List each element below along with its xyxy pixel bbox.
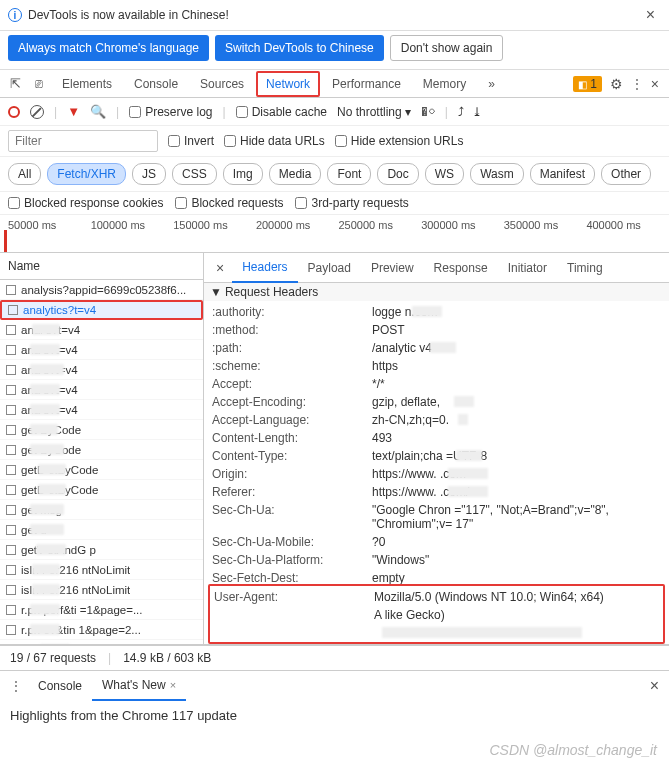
header-key: Sec-Ch-Ua-Platform:: [212, 553, 372, 567]
pill-wasm[interactable]: Wasm: [470, 163, 524, 185]
request-row[interactable]: ana s?t=v4: [0, 340, 203, 360]
close-icon[interactable]: ×: [640, 6, 661, 24]
pill-other[interactable]: Other: [601, 163, 651, 185]
disable-cache-checkbox[interactable]: Disable cache: [236, 105, 327, 119]
header-value: https: [372, 359, 661, 373]
name-column-header[interactable]: Name: [0, 253, 203, 280]
request-row[interactable]: r.pn perf&ti =1&page=...: [0, 600, 203, 620]
request-row[interactable]: get ByCode: [0, 440, 203, 460]
pill-doc[interactable]: Doc: [377, 163, 418, 185]
third-party-checkbox[interactable]: 3rd-party requests: [295, 196, 408, 210]
tab-elements[interactable]: Elements: [52, 71, 122, 97]
chevron-down-icon: ▾: [405, 105, 411, 119]
close-detail-icon[interactable]: ×: [208, 260, 232, 276]
request-row[interactable]: ana s?t=v4: [0, 360, 203, 380]
pill-manifest[interactable]: Manifest: [530, 163, 595, 185]
tab-network[interactable]: Network: [256, 71, 320, 97]
request-row[interactable]: isIn For216 ntNoLimit: [0, 580, 203, 600]
status-bar: 19 / 67 requests | 14.9 kB / 603 kB: [0, 645, 669, 670]
pill-media[interactable]: Media: [269, 163, 322, 185]
drawer-tab-console[interactable]: Console: [28, 672, 92, 700]
tab-console[interactable]: Console: [124, 71, 188, 97]
header-value: POST: [372, 323, 661, 337]
request-row[interactable]: isIn For216 ntNoLimit: [0, 560, 203, 580]
close-drawer-icon[interactable]: ×: [644, 677, 665, 695]
file-icon: [6, 505, 16, 515]
pill-js[interactable]: JS: [132, 163, 166, 185]
clear-icon[interactable]: [30, 105, 44, 119]
record-icon[interactable]: [8, 106, 20, 118]
request-row[interactable]: get d: [0, 520, 203, 540]
pill-img[interactable]: Img: [223, 163, 263, 185]
dont-show-button[interactable]: Don't show again: [390, 35, 504, 61]
detail-tab-initiator[interactable]: Initiator: [498, 254, 557, 282]
banner-text: DevTools is now available in Chinese!: [28, 8, 229, 22]
request-row[interactable]: ana s?t=v4: [0, 380, 203, 400]
switch-chinese-button[interactable]: Switch DevTools to Chinese: [215, 35, 384, 61]
header-key: :authority:: [212, 305, 372, 319]
kebab-icon[interactable]: ⋮: [631, 77, 643, 91]
request-row[interactable]: get ByCode: [0, 420, 203, 440]
search-icon[interactable]: 🔍: [90, 104, 106, 119]
request-row[interactable]: getD ctByCode: [0, 460, 203, 480]
detail-tab-payload[interactable]: Payload: [298, 254, 361, 282]
filter-input[interactable]: [8, 130, 158, 152]
detail-tab-response[interactable]: Response: [424, 254, 498, 282]
timeline-overview[interactable]: 50000 ms100000 ms150000 ms200000 ms25000…: [0, 215, 669, 253]
request-row[interactable]: analytics?t=v4: [0, 300, 203, 320]
pill-ws[interactable]: WS: [425, 163, 464, 185]
file-icon: [6, 385, 16, 395]
throttling-select[interactable]: No throttling ▾: [337, 105, 411, 119]
settings-icon[interactable]: ⚙: [610, 76, 623, 92]
inspect-icon[interactable]: ⇱: [4, 76, 26, 91]
detail-tab-timing[interactable]: Timing: [557, 254, 613, 282]
tab-performance[interactable]: Performance: [322, 71, 411, 97]
header-value: https://www. .com/: [372, 485, 661, 499]
file-icon: [6, 485, 16, 495]
header-value: Mozilla/5.0 (Windows NT 10.0; Win64; x64…: [374, 590, 659, 604]
request-row[interactable]: getV stAndG p: [0, 540, 203, 560]
hide-ext-urls-checkbox[interactable]: Hide extension URLs: [335, 134, 464, 148]
request-row[interactable]: anal s?t=v4: [0, 320, 203, 340]
more-tabs[interactable]: »: [478, 71, 505, 97]
pill-font[interactable]: Font: [327, 163, 371, 185]
tab-memory[interactable]: Memory: [413, 71, 476, 97]
close-icon[interactable]: ×: [170, 679, 176, 691]
user-agent-highlight: User-Agent:Mozilla/5.0 (Windows NT 10.0;…: [208, 584, 665, 644]
upload-har-icon[interactable]: ⤴: [458, 105, 464, 119]
header-key: Sec-Ch-Ua-Mobile:: [212, 535, 372, 549]
detail-tab-preview[interactable]: Preview: [361, 254, 424, 282]
banner-buttons: Always match Chrome's language Switch De…: [0, 31, 669, 70]
headers-list: :authority:logge n.com:method:POST:path:…: [204, 301, 669, 584]
match-language-button[interactable]: Always match Chrome's language: [8, 35, 209, 61]
detail-tab-headers[interactable]: Headers: [232, 253, 297, 283]
invert-checkbox[interactable]: Invert: [168, 134, 214, 148]
filter-icon[interactable]: ▼: [67, 104, 80, 119]
blocked-requests-checkbox[interactable]: Blocked requests: [175, 196, 283, 210]
request-headers-section[interactable]: ▼Request Headers: [204, 283, 669, 301]
request-row[interactable]: get Msg: [0, 500, 203, 520]
kebab-icon[interactable]: ⋮: [4, 679, 28, 693]
issues-badge[interactable]: ◧ 1: [573, 76, 601, 92]
drawer-tab-whatsnew[interactable]: What's New×: [92, 671, 186, 701]
pill-fetch-xhr[interactable]: Fetch/XHR: [47, 163, 126, 185]
close-devtools-icon[interactable]: ×: [651, 76, 659, 92]
preserve-log-checkbox[interactable]: Preserve log: [129, 105, 212, 119]
request-row[interactable]: getD ctByCode: [0, 480, 203, 500]
header-key: Accept:: [212, 377, 372, 391]
download-har-icon[interactable]: ⤓: [472, 105, 482, 119]
device-icon[interactable]: ⎚: [28, 76, 50, 91]
request-row[interactable]: send. . perience: [0, 640, 203, 644]
header-value: "Google Chron ="117", "Not;A=Brand";v="8…: [372, 503, 661, 531]
blocked-cookies-checkbox[interactable]: Blocked response cookies: [8, 196, 163, 210]
request-row[interactable]: r.pn ov&tin 1&page=2...: [0, 620, 203, 640]
pill-all[interactable]: All: [8, 163, 41, 185]
file-icon: [6, 445, 16, 455]
network-conditions-icon[interactable]: �࿀: [421, 104, 435, 119]
request-row[interactable]: ana s?t=v4: [0, 400, 203, 420]
request-row[interactable]: analysis?appid=6699c05238f6...: [0, 280, 203, 300]
pill-css[interactable]: CSS: [172, 163, 217, 185]
detail-pane: × HeadersPayloadPreviewResponseInitiator…: [204, 253, 669, 644]
hide-data-urls-checkbox[interactable]: Hide data URLs: [224, 134, 325, 148]
tab-sources[interactable]: Sources: [190, 71, 254, 97]
